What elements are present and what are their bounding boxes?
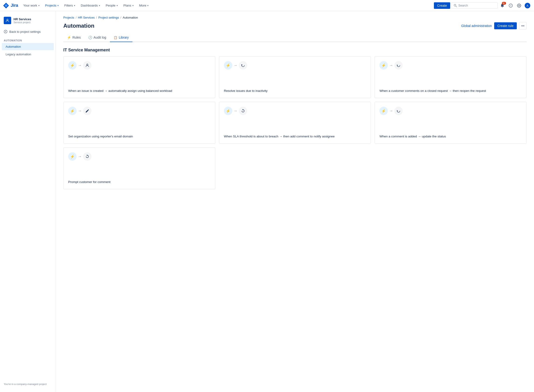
notification-badge: 9+ xyxy=(502,2,506,5)
card-3[interactable]: ⚡ → When a customer comments on a closed… xyxy=(375,56,527,98)
settings-button[interactable] xyxy=(515,2,523,9)
card-3-action-icon xyxy=(394,61,403,70)
settings-icon xyxy=(517,4,521,8)
svg-line-1 xyxy=(456,6,457,7)
cards-grid: ⚡ → When an issue is created → automatic… xyxy=(63,56,527,189)
svg-text:A: A xyxy=(527,4,528,7)
back-to-project-settings[interactable]: Back to project settings xyxy=(0,28,56,35)
card-2-arrow: → xyxy=(234,63,238,67)
main-content: Projects / HR Services / Project setting… xyxy=(56,11,534,392)
svg-point-9 xyxy=(87,64,88,65)
card-2-trigger-icon: ⚡ xyxy=(224,61,232,70)
card-3-trigger-icon: ⚡ xyxy=(379,61,388,70)
sidebar-project: HR Services Service project xyxy=(0,15,56,28)
nav-your-work[interactable]: Your work▾ xyxy=(21,2,42,9)
card-4[interactable]: ⚡ → Set organization using reporter's em… xyxy=(63,102,215,144)
sidebar-item-legacy-automation[interactable]: Legacy automation xyxy=(2,51,54,58)
header-actions: Global administration Create rule ••• xyxy=(461,22,527,29)
svg-point-7 xyxy=(7,19,8,20)
breadcrumb-automation: Automation xyxy=(123,16,138,19)
card-1-trigger-icon: ⚡ xyxy=(68,61,76,70)
card-2[interactable]: ⚡ → Resolve issues due to inactivity xyxy=(219,56,371,98)
app-layout: HR Services Service project Back to proj… xyxy=(0,11,534,392)
card-4-trigger-icon: ⚡ xyxy=(68,107,76,115)
project-icon xyxy=(4,17,11,24)
tab-rules[interactable]: ⚡ Rules xyxy=(63,33,85,42)
nav-filters[interactable]: Filters▾ xyxy=(62,2,77,9)
section-title: IT Service Management xyxy=(63,48,527,52)
card-7-label: Prompt customer for comment xyxy=(68,180,210,184)
nav-dashboards[interactable]: Dashboards▾ xyxy=(78,2,102,9)
avatar-icon: A xyxy=(525,3,530,8)
card-7-trigger-icon: ⚡ xyxy=(68,152,76,161)
card-4-arrow: → xyxy=(78,109,82,113)
page-title: Automation xyxy=(63,23,94,29)
more-dots-icon: ••• xyxy=(521,24,524,28)
audit-log-icon: 🕐 xyxy=(88,36,92,39)
logo-text: Jira xyxy=(11,3,18,8)
card-4-label: Set organization using reporter's email … xyxy=(68,134,210,139)
jira-logo[interactable]: Jira xyxy=(3,2,18,9)
card-6-label: When a comment is added → update the sta… xyxy=(379,134,522,139)
svg-point-4 xyxy=(519,5,520,6)
card-4-action-icon xyxy=(83,107,91,115)
card-6-trigger-icon: ⚡ xyxy=(379,107,388,115)
card-5[interactable]: ⚡ → When SLA threshold is about to breac… xyxy=(219,102,371,144)
search-box[interactable]: Search xyxy=(451,2,498,9)
breadcrumb-hr-services[interactable]: HR Services xyxy=(78,16,95,19)
back-icon xyxy=(4,30,7,33)
card-5-action-icon xyxy=(239,107,247,115)
card-2-action-icon xyxy=(239,61,247,70)
card-1-action-icon xyxy=(83,61,91,70)
svg-point-8 xyxy=(4,30,7,33)
card-5-arrow: → xyxy=(234,109,238,113)
search-placeholder: Search xyxy=(458,4,468,7)
breadcrumb-project-settings[interactable]: Project settings xyxy=(98,16,119,19)
sidebar-item-automation[interactable]: Automation xyxy=(2,43,54,50)
nav-people[interactable]: People▾ xyxy=(103,2,120,9)
card-7[interactable]: ⚡ → Prompt customer for comment xyxy=(63,147,215,189)
tab-library[interactable]: 📋 Library xyxy=(110,33,133,42)
automation-section-label: AUTOMATION xyxy=(0,37,56,43)
card-5-label: When SLA threshold is about to breach → … xyxy=(224,134,366,139)
project-type: Service project xyxy=(14,21,31,24)
create-rule-button[interactable]: Create rule xyxy=(494,22,517,29)
card-7-action-icon xyxy=(83,152,91,161)
nav-plans[interactable]: Plans▾ xyxy=(121,2,136,9)
card-6-arrow: → xyxy=(389,109,393,113)
rules-icon: ⚡ xyxy=(67,36,71,39)
notifications-button[interactable]: 9+ xyxy=(499,2,506,9)
help-icon: ? xyxy=(509,4,513,8)
card-1-label: When an issue is created → automatically… xyxy=(68,89,210,93)
library-icon: 📋 xyxy=(114,36,117,39)
card-2-label: Resolve issues due to inactivity xyxy=(224,89,366,93)
top-navigation: Jira Your work▾ Projects▾ Filters▾ Dashb… xyxy=(0,0,534,11)
card-1[interactable]: ⚡ → When an issue is created → automatic… xyxy=(63,56,215,98)
card-7-arrow: → xyxy=(78,154,82,159)
sidebar-footer: You're in a company-managed project xyxy=(0,380,56,388)
help-button[interactable]: ? xyxy=(507,2,515,9)
project-name: HR Services xyxy=(14,17,31,21)
more-options-button[interactable]: ••• xyxy=(519,22,527,29)
back-label: Back to project settings xyxy=(9,30,41,33)
card-6-action-icon xyxy=(394,107,403,115)
card-3-label: When a customer comments on a closed req… xyxy=(379,89,522,93)
create-button[interactable]: Create xyxy=(434,2,450,9)
user-avatar[interactable]: A xyxy=(524,2,531,9)
nav-projects[interactable]: Projects▾ xyxy=(43,2,61,9)
svg-text:?: ? xyxy=(510,4,511,7)
search-icon xyxy=(454,4,457,7)
tabs: ⚡ Rules 🕐 Audit log 📋 Library xyxy=(63,33,527,42)
global-administration-link[interactable]: Global administration xyxy=(461,24,492,28)
breadcrumb: Projects / HR Services / Project setting… xyxy=(63,16,527,19)
breadcrumb-projects[interactable]: Projects xyxy=(63,16,74,19)
sidebar: HR Services Service project Back to proj… xyxy=(0,11,56,392)
tab-audit-log[interactable]: 🕐 Audit log xyxy=(85,33,110,42)
card-3-arrow: → xyxy=(389,63,393,67)
nav-more[interactable]: More▾ xyxy=(137,2,151,9)
card-1-arrow: → xyxy=(78,63,82,67)
card-5-trigger-icon: ⚡ xyxy=(224,107,232,115)
page-header: Automation Global administration Create … xyxy=(63,22,527,29)
card-6[interactable]: ⚡ → When a comment is added → update the… xyxy=(375,102,527,144)
